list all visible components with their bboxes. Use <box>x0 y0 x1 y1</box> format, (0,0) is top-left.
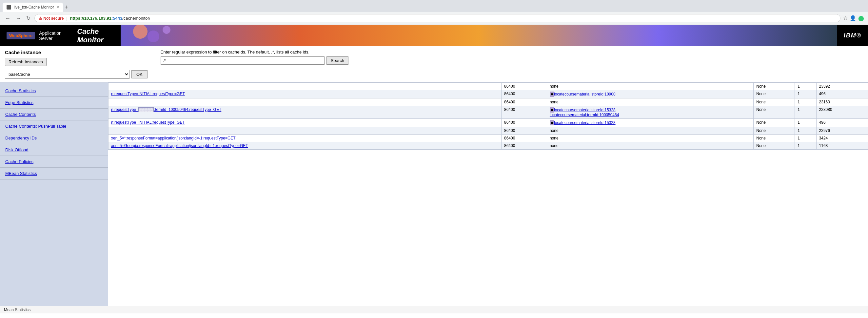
main-content: Cache instance Refresh Instances baseCac… <box>0 46 868 313</box>
cell-cache-id[interactable]: xen_5=Georgia:responseFormat=application… <box>108 142 501 150</box>
sidebar-item-dependency-ids[interactable]: Dependency IDs <box>0 132 108 144</box>
header-banner <box>121 25 837 46</box>
cell-timeout: 86400 <box>501 135 547 142</box>
sidebar-item-cache-statistics[interactable]: Cache Statistics <box>0 85 108 97</box>
cache-id-link[interactable]: xen_5=*:responseFormat=application/json:… <box>111 136 236 141</box>
tab-favicon <box>6 5 11 9</box>
dep-id-link[interactable]: locatecoursematerial:storeId:10900 <box>554 92 615 96</box>
cache-policies-link[interactable]: Cache Policies <box>5 159 33 164</box>
cache-instance-select[interactable]: baseCache <box>5 70 129 79</box>
filter-input[interactable] <box>161 56 324 65</box>
cache-id-link[interactable]: n:requestType=▓▓▓▓▓:termId=100050464:req… <box>111 107 221 112</box>
svg-point-1 <box>133 25 148 39</box>
tab-title: live_txn-Cache Monitor <box>14 5 54 9</box>
cell-size: 496 <box>816 119 868 127</box>
table-row: 86400 none None 1 23392 <box>108 83 868 90</box>
cell-priority: None <box>753 90 795 98</box>
cell-cache-id <box>108 127 501 135</box>
new-tab-button[interactable]: + <box>65 4 68 11</box>
sidebar-item-cache-policies[interactable]: Cache Policies <box>0 156 108 168</box>
cell-timeout: 86400 <box>501 127 547 135</box>
cell-timeout: 86400 <box>501 83 547 90</box>
filter-label: Enter regular expression to filter on ca… <box>161 50 863 55</box>
dep-id-link[interactable]: locatecoursematerial:storeId:15328 <box>554 120 615 125</box>
cell-size: 1168 <box>816 142 868 150</box>
cell-cache-id[interactable]: xen_5=*:responseFormat=application/json:… <box>108 135 501 142</box>
forward-button[interactable]: → <box>14 14 22 23</box>
svg-point-3 <box>163 26 170 34</box>
cache-statistics-link[interactable]: Cache Statistics <box>5 88 36 93</box>
cell-priority: None <box>753 142 795 150</box>
browser-chrome: live_txn-Cache Monitor × + ← → ↻ ⚠ Not s… <box>0 0 868 25</box>
sidebar-item-mbean-statistics[interactable]: MBean Statistics <box>0 168 108 179</box>
ok-button[interactable]: OK <box>131 70 148 79</box>
url-path: /cachemonitor/ <box>122 16 150 21</box>
dependency-ids-link[interactable]: Dependency IDs <box>5 136 37 141</box>
cell-timeout: 86400 <box>501 142 547 150</box>
cell-size: 22976 <box>816 127 868 135</box>
table-row: n:requestType=INITIAL:requestType=GET 86… <box>108 119 868 127</box>
app-title: Cache Monitor <box>77 27 114 44</box>
cell-dependency-ids: none <box>547 127 753 135</box>
disk-offload-link[interactable]: Disk Offload <box>5 147 29 152</box>
cell-timeout: 86400 <box>501 98 547 106</box>
filter-section: Enter regular expression to filter on ca… <box>161 50 863 65</box>
cell-cache-id <box>108 83 501 90</box>
cell-priority: None <box>753 106 795 119</box>
table-area[interactable]: 86400 none None 1 23392 n:requestType=IN… <box>108 82 868 306</box>
address-url: https://10.176.103.91:5443/cachemonitor/ <box>70 16 150 21</box>
url-port: :5443 <box>112 16 122 21</box>
pushpull-link[interactable]: Cache Contents: PushPull Table <box>5 124 66 128</box>
sidebar: Cache Statistics Edge Statistics Cache C… <box>0 82 108 306</box>
cell-dependency-ids[interactable]: ■locatecoursematerial:storeId:15328 loca… <box>547 106 753 119</box>
cell-ref-count: 1 <box>795 142 816 150</box>
cell-ref-count: 1 <box>795 83 816 90</box>
search-button[interactable]: Search <box>327 56 348 65</box>
cell-cache-id[interactable]: n:requestType=INITIAL:requestType=GET <box>108 90 501 98</box>
back-button[interactable]: ← <box>4 14 12 23</box>
table-row: 86400 none None 1 22976 <box>108 127 868 135</box>
tab-close-button[interactable]: × <box>57 5 59 10</box>
dep-id-link1[interactable]: locatecoursematerial:storeId:15328 <box>554 108 615 112</box>
url-protocol: https:// <box>70 16 84 21</box>
banner-svg <box>121 25 837 46</box>
cell-dependency-ids[interactable]: ■locatecoursematerial:storeId:15328 <box>547 119 753 127</box>
svg-point-2 <box>148 31 159 42</box>
sidebar-item-disk-offload[interactable]: Disk Offload <box>0 144 108 156</box>
refresh-instances-button[interactable]: Refresh Instances <box>5 58 46 66</box>
sidebar-item-edge-statistics[interactable]: Edge Statistics <box>0 97 108 109</box>
url-host: 10.176.103.91 <box>84 16 112 21</box>
refresh-button[interactable]: ↻ <box>25 14 32 23</box>
ibm-logo: IBM® <box>844 32 862 39</box>
account-button[interactable]: 👤 <box>850 15 856 21</box>
content-area: Cache Statistics Edge Statistics Cache C… <box>0 82 868 306</box>
cell-timeout: 86400 <box>501 90 547 98</box>
cell-cache-id[interactable]: n:requestType=INITIAL:requestType=GET <box>108 119 501 127</box>
cell-priority: None <box>753 119 795 127</box>
extension-button[interactable]: ⬤ <box>858 15 864 21</box>
dep-id-link2[interactable]: locatecoursematerial:termId:100050464 <box>550 113 619 117</box>
cache-id-link[interactable]: xen_5=Georgia:responseFormat=application… <box>111 143 248 148</box>
cache-id-link[interactable]: n:requestType=INITIAL:requestType=GET <box>111 120 185 125</box>
header-left: WebSphere Application Server Cache Monit… <box>0 25 121 46</box>
browser-controls: ← → ↻ ⚠ Not secure | https://10.176.103.… <box>0 12 868 25</box>
mbean-statistics-link[interactable]: MBean Statistics <box>5 171 37 176</box>
websphere-text: WebSphere <box>9 33 32 38</box>
active-tab[interactable]: live_txn-Cache Monitor × <box>3 3 63 12</box>
cell-priority: None <box>753 135 795 142</box>
cell-priority: None <box>753 127 795 135</box>
dep-id-badge: ■ <box>550 92 554 97</box>
sidebar-item-cache-contents[interactable]: Cache Contents <box>0 109 108 120</box>
cell-dependency-ids[interactable]: ■locatecoursematerial:storeId:10900 <box>547 90 753 98</box>
cache-contents-link[interactable]: Cache Contents <box>5 112 36 117</box>
edge-statistics-link[interactable]: Edge Statistics <box>5 100 33 105</box>
bookmark-button[interactable]: ☆ <box>843 15 848 21</box>
cell-dependency-ids: none <box>547 83 753 90</box>
table-row: xen_5=Georgia:responseFormat=application… <box>108 142 868 150</box>
cell-cache-id[interactable]: n:requestType=▓▓▓▓▓:termId=100050464:req… <box>108 106 501 119</box>
sidebar-item-pushpull[interactable]: Cache Contents: PushPull Table <box>0 120 108 132</box>
cache-id-link[interactable]: n:requestType=INITIAL:requestType=GET <box>111 92 185 96</box>
cell-priority: None <box>753 98 795 106</box>
address-bar[interactable]: ⚠ Not secure | https://10.176.103.91:544… <box>34 14 840 22</box>
cell-size: 23392 <box>816 83 868 90</box>
